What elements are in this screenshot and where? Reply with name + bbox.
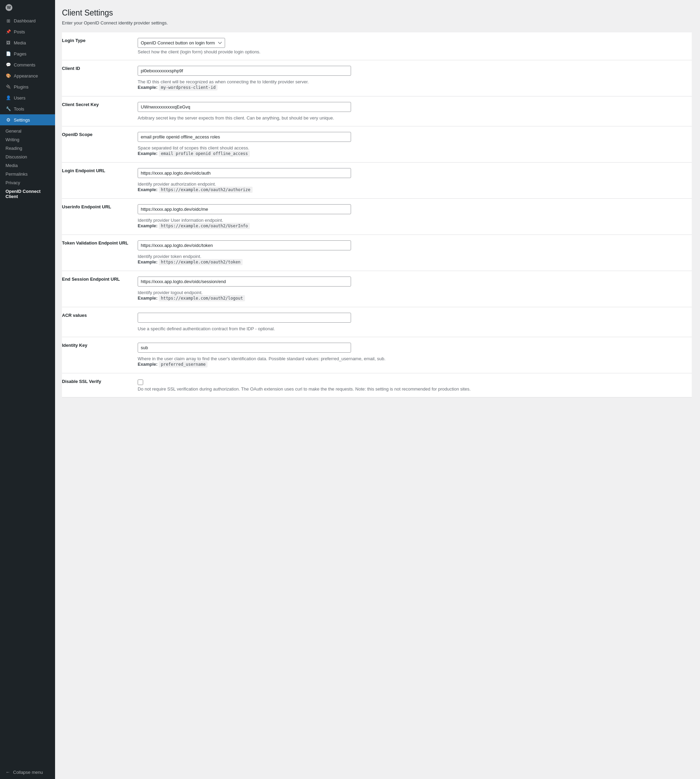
field-label-login-type: Login Type bbox=[62, 32, 138, 60]
sidebar-item-settings[interactable]: Settings bbox=[0, 114, 55, 125]
collapse-menu-button[interactable]: Collapse menu bbox=[0, 765, 55, 779]
sidebar-item-label: Media bbox=[14, 40, 26, 45]
field-cell-client-secret-key: Arbitrary secret key the server expects … bbox=[138, 97, 692, 126]
sidebar-item-comments[interactable]: Comments bbox=[0, 59, 55, 70]
sidebar: W Dashboard Posts Media Pages Comments A… bbox=[0, 0, 55, 779]
field-cell-userinfo-endpoint-url: Identify provider User information endpo… bbox=[138, 199, 692, 235]
sidebar-item-dashboard[interactable]: Dashboard bbox=[0, 15, 55, 26]
field-description-token-validation-endpoint-url: Identify provider token endpoint. Exampl… bbox=[138, 254, 692, 265]
main-content: Client Settings Enter your OpenID Connec… bbox=[55, 0, 700, 779]
field-description-login-type: Select how the client (login form) shoul… bbox=[138, 49, 692, 54]
submenu-general[interactable]: General bbox=[0, 127, 55, 135]
sidebar-item-tools[interactable]: Tools bbox=[0, 103, 55, 114]
userinfo-endpoint-url-input[interactable] bbox=[138, 204, 351, 214]
field-description-client-id: The ID this client will be recognized as… bbox=[138, 79, 692, 90]
submenu-discussion[interactable]: Discussion bbox=[0, 152, 55, 161]
settings-icon bbox=[5, 117, 11, 123]
field-row-disable-ssl-verify: Disable SSL Verify Do not require SSL ve… bbox=[62, 373, 692, 398]
field-description-login-endpoint-url: Identify provider authorization endpoint… bbox=[138, 182, 692, 193]
field-label-identity-key: Identity Key bbox=[62, 337, 138, 373]
wordpress-logo-icon: W bbox=[5, 4, 12, 11]
field-cell-identity-key: Where in the user claim array to find th… bbox=[138, 337, 692, 373]
field-description-end-session-endpoint-url: Identify provider logout endpoint. Examp… bbox=[138, 290, 692, 301]
page-description: Enter your OpenID Connect identity provi… bbox=[62, 20, 692, 25]
login-endpoint-url-input[interactable] bbox=[138, 168, 351, 178]
field-cell-acr-values: Use a specific defined authentication co… bbox=[138, 307, 692, 337]
submenu-reading[interactable]: Reading bbox=[0, 144, 55, 152]
sidebar-item-media[interactable]: Media bbox=[0, 37, 55, 48]
submenu-writing[interactable]: Writing bbox=[0, 135, 55, 144]
dashboard-icon bbox=[5, 18, 11, 23]
field-description-identity-key: Where in the user claim array to find th… bbox=[138, 356, 692, 368]
field-label-end-session-endpoint-url: End Session Endpoint URL bbox=[62, 271, 138, 307]
field-label-client-secret-key: Client Secret Key bbox=[62, 97, 138, 126]
field-cell-openid-scope: Space separated list of scopes this clie… bbox=[138, 126, 692, 162]
field-label-openid-scope: OpenID Scope bbox=[62, 126, 138, 162]
settings-table: Login Type OpenID Connect button on logi… bbox=[62, 32, 692, 398]
sidebar-item-users[interactable]: Users bbox=[0, 92, 55, 103]
field-cell-client-id: The ID this client will be recognized as… bbox=[138, 60, 692, 97]
sidebar-item-label: Posts bbox=[14, 29, 25, 34]
field-cell-token-validation-endpoint-url: Identify provider token endpoint. Exampl… bbox=[138, 235, 692, 271]
field-description-openid-scope: Space separated list of scopes this clie… bbox=[138, 145, 692, 157]
field-description-userinfo-endpoint-url: Identify provider User information endpo… bbox=[138, 218, 692, 229]
posts-icon bbox=[5, 29, 11, 34]
tools-icon bbox=[5, 106, 11, 112]
page-title: Client Settings bbox=[62, 8, 692, 18]
field-row-login-type: Login Type OpenID Connect button on logi… bbox=[62, 32, 692, 60]
submenu-openid[interactable]: OpenID Connect Client bbox=[0, 187, 55, 201]
login-type-select[interactable]: OpenID Connect button on login form bbox=[138, 38, 225, 48]
submenu-permalinks[interactable]: Permalinks bbox=[0, 170, 55, 178]
field-row-login-endpoint-url: Login Endpoint URL Identify provider aut… bbox=[62, 162, 692, 199]
collapse-icon bbox=[5, 769, 10, 775]
settings-submenu: General Writing Reading Discussion Media… bbox=[0, 125, 55, 202]
field-row-token-validation-endpoint-url: Token Validation Endpoint URL Identify p… bbox=[62, 235, 692, 271]
field-cell-login-type: OpenID Connect button on login form Sele… bbox=[138, 32, 692, 60]
sidebar-item-label: Pages bbox=[14, 51, 27, 57]
wp-logo: W bbox=[0, 0, 55, 15]
field-row-userinfo-endpoint-url: Userinfo Endpoint URL Identify provider … bbox=[62, 199, 692, 235]
field-description-client-secret-key: Arbitrary secret key the server expects … bbox=[138, 115, 692, 120]
media-icon bbox=[5, 40, 11, 45]
sidebar-nav: Dashboard Posts Media Pages Comments App… bbox=[0, 15, 55, 202]
sidebar-item-pages[interactable]: Pages bbox=[0, 48, 55, 59]
identity-key-input[interactable] bbox=[138, 343, 351, 353]
field-cell-login-endpoint-url: Identify provider authorization endpoint… bbox=[138, 162, 692, 199]
client-secret-key-input[interactable] bbox=[138, 102, 351, 112]
client-id-input[interactable] bbox=[138, 66, 351, 76]
field-row-end-session-endpoint-url: End Session Endpoint URL Identify provid… bbox=[62, 271, 692, 307]
end-session-endpoint-url-input[interactable] bbox=[138, 277, 351, 286]
field-row-openid-scope: OpenID Scope Space separated list of sco… bbox=[62, 126, 692, 162]
field-description-disable-ssl-verify: Do not require SSL verification during a… bbox=[138, 386, 692, 391]
sidebar-item-plugins[interactable]: Plugins bbox=[0, 81, 55, 92]
appearance-icon bbox=[5, 73, 11, 79]
token-validation-endpoint-url-input[interactable] bbox=[138, 241, 351, 251]
sidebar-item-label: Tools bbox=[14, 106, 24, 112]
openid-scope-input[interactable] bbox=[138, 132, 351, 142]
submenu-media[interactable]: Media bbox=[0, 161, 55, 170]
pages-icon bbox=[5, 51, 11, 57]
field-row-client-id: Client ID The ID this client will be rec… bbox=[62, 60, 692, 97]
field-label-disable-ssl-verify: Disable SSL Verify bbox=[62, 373, 138, 398]
sidebar-item-appearance[interactable]: Appearance bbox=[0, 70, 55, 81]
disable-ssl-verify-wrapper bbox=[138, 379, 692, 385]
disable-ssl-verify-checkbox[interactable] bbox=[138, 379, 143, 385]
field-label-userinfo-endpoint-url: Userinfo Endpoint URL bbox=[62, 199, 138, 235]
field-row-client-secret-key: Client Secret Key Arbitrary secret key t… bbox=[62, 97, 692, 126]
comments-icon bbox=[5, 62, 11, 67]
field-cell-end-session-endpoint-url: Identify provider logout endpoint. Examp… bbox=[138, 271, 692, 307]
field-row-acr-values: ACR values Use a specific defined authen… bbox=[62, 307, 692, 337]
field-label-login-endpoint-url: Login Endpoint URL bbox=[62, 162, 138, 199]
field-row-identity-key: Identity Key Where in the user claim arr… bbox=[62, 337, 692, 373]
submenu-privacy[interactable]: Privacy bbox=[0, 178, 55, 187]
field-label-acr-values: ACR values bbox=[62, 307, 138, 337]
sidebar-item-label: Settings bbox=[14, 117, 30, 123]
field-description-acr-values: Use a specific defined authentication co… bbox=[138, 326, 692, 331]
field-cell-disable-ssl-verify: Do not require SSL verification during a… bbox=[138, 373, 692, 398]
acr-values-input[interactable] bbox=[138, 313, 351, 323]
sidebar-item-label: Appearance bbox=[14, 74, 38, 79]
field-label-client-id: Client ID bbox=[62, 60, 138, 97]
sidebar-item-posts[interactable]: Posts bbox=[0, 26, 55, 37]
users-icon bbox=[5, 95, 11, 100]
sidebar-item-label: Plugins bbox=[14, 84, 28, 90]
